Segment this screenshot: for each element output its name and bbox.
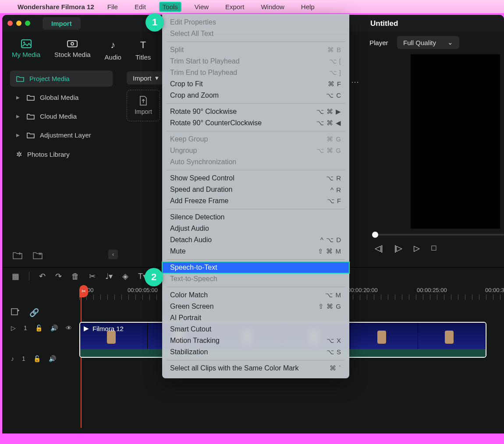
marker-button[interactable]: ◈: [122, 271, 128, 281]
tab-titles[interactable]: T Titles: [135, 39, 151, 61]
menu-file[interactable]: File: [104, 2, 121, 12]
playhead[interactable]: ✂: [79, 285, 88, 297]
menu-item-split: Split⌘ B: [162, 44, 349, 56]
menu-item-shortcut: ⌥ F: [327, 197, 341, 205]
stop-button[interactable]: □: [431, 243, 436, 253]
menu-item-motion-tracking[interactable]: Motion Tracking⌥ X: [162, 335, 349, 346]
sidebar-item-cloud-media[interactable]: ▶ Cloud Media: [10, 108, 113, 124]
quality-select[interactable]: Full Quality ⌄: [397, 36, 459, 49]
menu-item-label: Trim Start to Playhead: [170, 57, 240, 65]
menu-item-label: Trim End to Playhead: [170, 69, 237, 77]
menu-item-color-match[interactable]: Color Match⌥ M: [162, 289, 349, 301]
sidebar-item-adjustment-layer[interactable]: ▶ Adjustment Layer: [10, 127, 113, 143]
menu-item-adjust-audio[interactable]: Adjust Audio: [162, 223, 349, 234]
menu-item-select-all-clips-with-the-same-color-mark[interactable]: Select all Clips with the Same Color Mar…: [162, 363, 349, 374]
annotation-badge-1: 1: [146, 13, 164, 32]
menu-item-label: Color Match: [170, 291, 208, 299]
sidebar-item-project-media[interactable]: Project Media: [10, 70, 113, 87]
new-folder-icon[interactable]: [13, 251, 22, 259]
sidebar-item-label: Project Media: [29, 75, 70, 82]
tick: 00:00:20:00: [348, 287, 378, 293]
sidebar-item-photos-library[interactable]: ✲ Photos Library: [10, 146, 113, 163]
sidebar-item-global-media[interactable]: ▶ Global Media: [10, 89, 113, 106]
menu-separator: [167, 287, 345, 287]
prev-frame-button[interactable]: ◁|: [375, 243, 383, 253]
menu-item-label: AI Portrait: [170, 314, 201, 322]
tab-stock-media[interactable]: Stock Media: [54, 39, 91, 61]
menu-window[interactable]: Window: [257, 2, 287, 12]
menu-item-detach-audio[interactable]: Detach Audio^ ⌥ D: [162, 234, 349, 246]
tab-my-media[interactable]: My Media: [12, 39, 40, 61]
menu-separator: [167, 131, 345, 131]
chevron-down-icon: ⌄: [447, 39, 453, 46]
menu-item-speech-to-text[interactable]: Speech-to-Text: [162, 262, 349, 273]
menu-tools[interactable]: Tools: [159, 2, 181, 12]
menu-item-rotate-90-counterclockwise[interactable]: Rotate 90° CounterClockwise⌥ ⌘ ◀: [162, 117, 349, 129]
menu-item-text-to-speech: Text-to-Speech: [162, 273, 349, 285]
menu-item-label: Adjust Audio: [170, 225, 209, 233]
menu-separator: [167, 209, 345, 209]
menu-export[interactable]: Export: [222, 2, 248, 12]
menu-view[interactable]: View: [191, 2, 212, 12]
menu-help[interactable]: Help: [298, 2, 318, 12]
menu-item-stabilization[interactable]: Stabilization⌥ S: [162, 346, 349, 358]
maximize-window-button[interactable]: [25, 21, 30, 26]
menu-item-mute[interactable]: Mute⇧ ⌘ M: [162, 246, 349, 257]
lock-button[interactable]: 🔓: [33, 355, 41, 362]
play-button[interactable]: ▷: [414, 243, 420, 253]
more-options-icon[interactable]: ⋯: [351, 77, 359, 87]
mute-button[interactable]: 🔊: [50, 324, 58, 331]
track-controls: ▷ 1 🔓 🔊 👁 ♪ 1 🔓 🔊: [11, 324, 72, 362]
menu-item-rotate-90-clockwise[interactable]: Rotate 90° Clockwise⌥ ⌘ ▶: [162, 106, 349, 117]
menu-item-ai-portrait[interactable]: AI Portrait: [162, 312, 349, 324]
menu-item-crop-to-fit[interactable]: Crop to Fit⌘ F: [162, 78, 349, 90]
titles-icon: T: [140, 39, 146, 51]
menu-item-speed-and-duration[interactable]: Speed and Duration^ R: [162, 184, 349, 195]
collapse-sidebar-button[interactable]: ‹: [108, 250, 118, 259]
chevron-right-icon: ▶: [16, 95, 20, 100]
menu-item-shortcut: ⌥ ⌘ G: [316, 147, 341, 155]
menu-item-label: Keep Group: [170, 135, 208, 143]
menu-item-add-freeze-frame[interactable]: Add Freeze Frame⌥ F: [162, 195, 349, 207]
folder-icon: [27, 132, 35, 138]
thumbnail: [351, 323, 418, 349]
menu-item-shortcut: ⌥ X: [327, 337, 341, 345]
menu-item-smart-cutout[interactable]: Smart Cutout: [162, 324, 349, 335]
app-name: Wondershare Filmora 12: [18, 3, 94, 11]
scrub-track[interactable]: [372, 234, 504, 236]
remove-folder-icon[interactable]: [33, 251, 43, 259]
next-frame-button[interactable]: |▷: [394, 243, 403, 253]
import-button[interactable]: Import: [43, 17, 81, 30]
minimize-window-button[interactable]: [16, 21, 21, 26]
link-button[interactable]: 🔗: [29, 308, 39, 317]
speed-button[interactable]: ♩▾: [105, 271, 113, 281]
transport-controls: ◁| |▷ ▷ □: [375, 243, 504, 253]
visibility-button[interactable]: 👁: [66, 324, 72, 331]
add-track-button[interactable]: [11, 308, 20, 317]
menu-item-silence-detection[interactable]: Silence Detection: [162, 211, 349, 223]
lock-button[interactable]: 🔓: [35, 324, 43, 331]
menu-item-green-screen[interactable]: Green Screen⇧ ⌘ G: [162, 301, 349, 312]
audio-track-controls: ♪ 1 🔓 🔊: [11, 355, 72, 362]
layout-icon[interactable]: ▦: [12, 271, 19, 281]
import-dropdown[interactable]: Import ▾: [127, 71, 165, 85]
menu-item-crop-and-zoom[interactable]: Crop and Zoom⌥ C: [162, 90, 349, 101]
delete-button[interactable]: 🗑: [71, 272, 79, 281]
menu-item-shortcut: ⇧ ⌘ M: [318, 247, 341, 255]
redo-button[interactable]: ↷: [55, 271, 62, 281]
folder-icon: [27, 95, 35, 101]
mute-button[interactable]: 🔊: [49, 355, 56, 362]
scrub-thumb[interactable]: [372, 232, 378, 238]
menu-edit[interactable]: Edit: [131, 2, 149, 12]
cut-button[interactable]: ✂: [89, 271, 96, 281]
menu-item-shortcut: ⌘ F: [328, 80, 341, 88]
menu-item-shortcut: ⌥ ⌘ ▶: [316, 108, 341, 116]
menu-item-shortcut: ⌥ C: [326, 92, 341, 99]
scrub-row: [369, 234, 504, 236]
import-drop-zone[interactable]: Import: [127, 90, 160, 121]
close-window-button[interactable]: [7, 21, 13, 26]
menu-item-show-speed-control[interactable]: Show Speed Control⌥ R: [162, 173, 349, 184]
video-track-icon: ▷: [11, 324, 16, 331]
undo-button[interactable]: ↶: [39, 271, 46, 281]
tab-audio[interactable]: ♪ Audio: [105, 39, 121, 61]
